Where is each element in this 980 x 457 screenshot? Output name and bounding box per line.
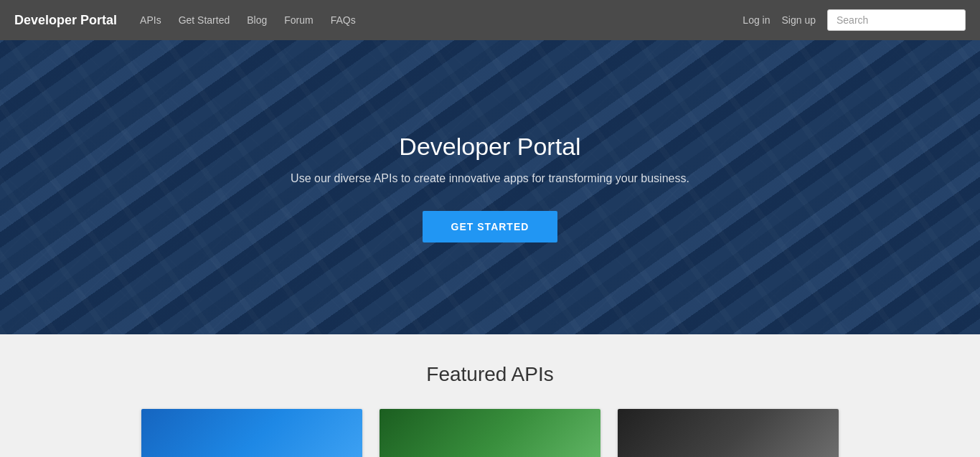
nav-link-blog[interactable]: Blog xyxy=(247,14,267,26)
navbar-brand: Developer Portal xyxy=(14,13,117,28)
featured-section-title: Featured APIs xyxy=(0,363,980,386)
navbar-links: APIs Get Started Blog Forum FAQs xyxy=(140,14,356,26)
login-link[interactable]: Log in xyxy=(743,14,770,26)
api-card-image-3 xyxy=(618,409,839,457)
api-card-1[interactable] xyxy=(141,409,362,457)
featured-section: Featured APIs xyxy=(0,334,980,457)
navbar: Developer Portal APIs Get Started Blog F… xyxy=(0,0,980,40)
api-card-3[interactable] xyxy=(618,409,839,457)
nav-link-faqs[interactable]: FAQs xyxy=(331,14,356,26)
search-input[interactable] xyxy=(827,9,966,31)
navbar-left: Developer Portal APIs Get Started Blog F… xyxy=(14,13,356,28)
api-card-image-2 xyxy=(380,409,600,457)
nav-link-get-started[interactable]: Get Started xyxy=(179,14,230,26)
navbar-right: Log in Sign up xyxy=(743,9,966,31)
hero-section: Developer Portal Use our diverse APIs to… xyxy=(0,40,980,334)
api-cards-row xyxy=(0,409,980,457)
hero-subtitle: Use our diverse APIs to create innovativ… xyxy=(291,172,689,185)
hero-title: Developer Portal xyxy=(291,133,689,161)
signup-link[interactable]: Sign up xyxy=(782,14,816,26)
api-card-image-1 xyxy=(141,409,362,457)
hero-content: Developer Portal Use our diverse APIs to… xyxy=(291,133,689,242)
nav-link-forum[interactable]: Forum xyxy=(284,14,313,26)
api-card-2[interactable] xyxy=(380,409,600,457)
get-started-button[interactable]: GET STARTED xyxy=(423,211,558,242)
nav-link-apis[interactable]: APIs xyxy=(140,14,161,26)
